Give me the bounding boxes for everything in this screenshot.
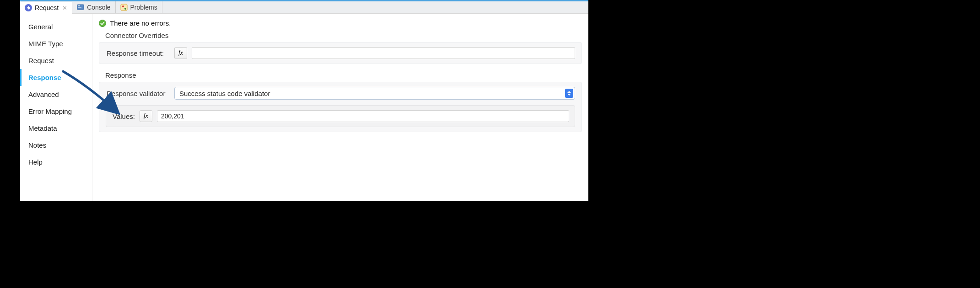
- tab-bar: Request ✕ Console Problems: [20, 0, 588, 14]
- tab-label: Console: [87, 4, 110, 11]
- tab-label: Request: [35, 4, 59, 11]
- sidebar-item-advanced[interactable]: Advanced: [20, 86, 92, 103]
- sidebar-item-general[interactable]: General: [20, 18, 92, 35]
- field-label: Response validator: [106, 90, 170, 97]
- fx-button[interactable]: fx: [140, 110, 152, 122]
- sidebar-item-label: Help: [28, 158, 43, 166]
- sidebar-item-metadata[interactable]: Metadata: [20, 120, 92, 137]
- sidebar: General MIME Type Request Response Advan…: [20, 14, 92, 201]
- validator-values-block: Values: fx: [106, 105, 575, 127]
- sidebar-item-label: Request: [28, 57, 54, 64]
- sidebar-item-notes[interactable]: Notes: [20, 137, 92, 154]
- response-validator-select[interactable]: Success status code validator: [174, 87, 575, 100]
- section-body: Response validator Success status code v…: [99, 82, 582, 132]
- close-icon[interactable]: ✕: [62, 5, 67, 11]
- sidebar-item-label: MIME Type: [28, 40, 63, 48]
- status-text: There are no errors.: [110, 19, 171, 27]
- section-title: Connector Overrides: [99, 31, 582, 42]
- sidebar-item-help[interactable]: Help: [20, 154, 92, 171]
- svg-rect-2: [78, 5, 80, 6]
- problems-icon: [120, 4, 128, 11]
- select-value: Success status code validator: [179, 90, 270, 97]
- svg-point-6: [124, 8, 126, 10]
- svg-rect-3: [78, 7, 81, 8]
- tab-label: Problems: [130, 4, 157, 11]
- sidebar-item-request[interactable]: Request: [20, 52, 92, 69]
- sidebar-item-label: Error Mapping: [28, 107, 72, 115]
- tab-problems[interactable]: Problems: [116, 1, 162, 13]
- response-timeout-input[interactable]: [192, 47, 575, 59]
- svg-rect-4: [121, 4, 127, 11]
- validator-select-wrap: Success status code validator: [174, 87, 575, 100]
- sidebar-item-label: Advanced: [28, 91, 59, 98]
- sidebar-item-label: Response: [28, 74, 61, 81]
- field-label: Values:: [112, 112, 135, 120]
- check-ok-icon: [99, 20, 106, 27]
- row-response-timeout: Response timeout: fx: [106, 47, 575, 59]
- sidebar-item-mime-type[interactable]: MIME Type: [20, 35, 92, 52]
- section-response: Response Response validator Success stat…: [99, 70, 582, 132]
- fx-icon: fx: [144, 112, 148, 120]
- tab-console[interactable]: Console: [72, 1, 115, 13]
- section-title: Response: [99, 70, 582, 82]
- svg-point-5: [122, 5, 124, 7]
- sidebar-item-label: Notes: [28, 141, 46, 149]
- request-icon: [25, 4, 32, 11]
- console-icon: [77, 4, 84, 11]
- main-panel: There are no errors. Connector Overrides…: [92, 14, 588, 201]
- sidebar-item-error-mapping[interactable]: Error Mapping: [20, 103, 92, 120]
- sidebar-item-label: Metadata: [28, 124, 57, 132]
- status-row: There are no errors.: [99, 19, 582, 27]
- row-response-validator: Response validator Success status code v…: [106, 87, 575, 100]
- section-body: Response timeout: fx: [99, 42, 582, 64]
- sidebar-item-label: General: [28, 23, 53, 31]
- fx-icon: fx: [178, 49, 183, 57]
- validator-values-input[interactable]: [157, 110, 569, 122]
- sidebar-item-response[interactable]: Response: [20, 69, 92, 86]
- svg-point-7: [99, 20, 106, 27]
- field-label: Response timeout:: [106, 49, 170, 57]
- tab-request[interactable]: Request ✕: [20, 2, 72, 14]
- section-connector-overrides: Connector Overrides Response timeout: fx: [99, 31, 582, 64]
- editor-window: Request ✕ Console Problems General MIME …: [20, 0, 588, 201]
- editor-body: General MIME Type Request Response Advan…: [20, 14, 588, 201]
- fx-button[interactable]: fx: [174, 47, 187, 59]
